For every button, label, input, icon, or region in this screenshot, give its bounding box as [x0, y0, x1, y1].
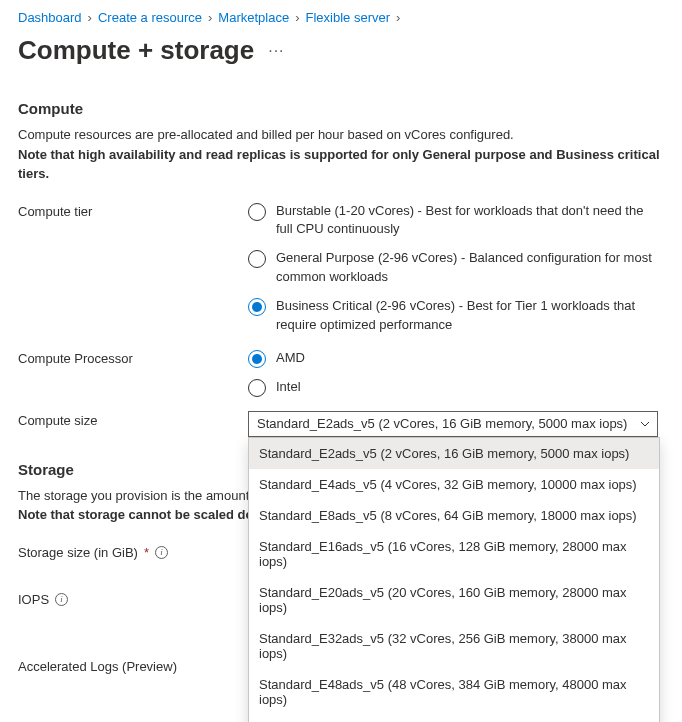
compute-size-option[interactable]: Standard_E8ads_v5 (8 vCores, 64 GiB memo…	[249, 500, 659, 531]
iops-label: IOPS i	[18, 590, 248, 607]
compute-tier-business-critical[interactable]: Business Critical (2-96 vCores) - Best f…	[248, 297, 664, 335]
compute-size-option[interactable]: Standard_E4ads_v5 (4 vCores, 32 GiB memo…	[249, 469, 659, 500]
compute-heading: Compute	[18, 100, 664, 117]
compute-processor-label: Compute Processor	[18, 349, 248, 366]
compute-processor-radio-group: AMD Intel	[248, 349, 664, 397]
compute-tier-general-purpose[interactable]: General Purpose (2-96 vCores) - Balanced…	[248, 249, 664, 287]
breadcrumb: Dashboard › Create a resource › Marketpl…	[18, 10, 664, 25]
chevron-right-icon: ›	[295, 10, 299, 25]
compute-size-option[interactable]: Standard_E48ads_v5 (48 vCores, 384 GiB m…	[249, 669, 659, 715]
compute-size-option[interactable]: Standard_E2ads_v5 (2 vCores, 16 GiB memo…	[249, 438, 659, 469]
compute-processor-intel[interactable]: Intel	[248, 378, 664, 397]
accelerated-logs-label: Accelerated Logs (Preview)	[18, 657, 248, 674]
radio-icon	[248, 203, 266, 221]
info-icon[interactable]: i	[155, 546, 168, 559]
compute-description: Compute resources are pre-allocated and …	[18, 125, 664, 184]
chevron-right-icon: ›	[396, 10, 400, 25]
more-actions-button[interactable]: ···	[268, 43, 284, 59]
radio-icon	[248, 350, 266, 368]
compute-processor-amd[interactable]: AMD	[248, 349, 664, 368]
page-title: Compute + storage	[18, 35, 254, 66]
radio-label: General Purpose (2-96 vCores) - Balanced…	[276, 249, 664, 287]
info-icon[interactable]: i	[55, 593, 68, 606]
compute-tier-radio-group: Burstable (1-20 vCores) - Best for workl…	[248, 202, 664, 335]
radio-label: Burstable (1-20 vCores) - Best for workl…	[276, 202, 664, 240]
compute-tier-burstable[interactable]: Burstable (1-20 vCores) - Best for workl…	[248, 202, 664, 240]
breadcrumb-item-create-resource[interactable]: Create a resource	[98, 10, 202, 25]
radio-icon	[248, 250, 266, 268]
storage-size-label: Storage size (in GiB) * i	[18, 543, 248, 560]
breadcrumb-item-dashboard[interactable]: Dashboard	[18, 10, 82, 25]
radio-label: Business Critical (2-96 vCores) - Best f…	[276, 297, 664, 335]
breadcrumb-item-flexible-server[interactable]: Flexible server	[306, 10, 391, 25]
chevron-right-icon: ›	[208, 10, 212, 25]
compute-tier-label: Compute tier	[18, 202, 248, 219]
radio-label: AMD	[276, 349, 315, 368]
compute-size-option[interactable]: Standard_E64ads_v5 (64 vCores, 512 GiB m…	[249, 715, 659, 722]
radio-label: Intel	[276, 378, 311, 397]
radio-icon	[248, 379, 266, 397]
compute-size-dropdown: Standard_E2ads_v5 (2 vCores, 16 GiB memo…	[248, 437, 660, 722]
compute-size-option[interactable]: Standard_E16ads_v5 (16 vCores, 128 GiB m…	[249, 531, 659, 577]
required-indicator: *	[144, 545, 149, 560]
compute-size-option[interactable]: Standard_E20ads_v5 (20 vCores, 160 GiB m…	[249, 577, 659, 623]
radio-icon	[248, 298, 266, 316]
compute-size-selected-text: Standard_E2ads_v5 (2 vCores, 16 GiB memo…	[257, 416, 627, 431]
chevron-down-icon	[639, 418, 651, 430]
chevron-right-icon: ›	[88, 10, 92, 25]
compute-size-option[interactable]: Standard_E32ads_v5 (32 vCores, 256 GiB m…	[249, 623, 659, 669]
compute-size-label: Compute size	[18, 411, 248, 428]
breadcrumb-item-marketplace[interactable]: Marketplace	[218, 10, 289, 25]
compute-size-select[interactable]: Standard_E2ads_v5 (2 vCores, 16 GiB memo…	[248, 411, 658, 437]
